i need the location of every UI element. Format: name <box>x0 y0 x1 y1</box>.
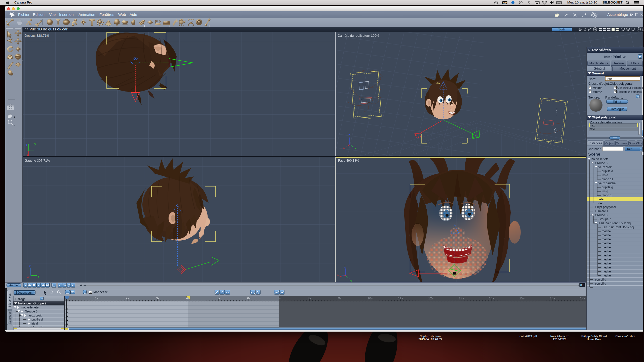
svg-text:Caméra du réalisateur 100%: Caméra du réalisateur 100% <box>338 34 379 37</box>
svg-text:-z: -z <box>25 143 27 146</box>
svg-text:y: y <box>38 274 39 278</box>
svg-text:14s: 14s <box>489 296 494 300</box>
svg-text:-y: -y <box>350 279 352 282</box>
svg-text:6s: 6s <box>247 296 251 300</box>
svg-text:11s: 11s <box>398 296 403 300</box>
svg-text:Gauche 307,71%: Gauche 307,71% <box>25 159 50 162</box>
svg-text:16s: 16s <box>550 296 555 300</box>
svg-text:2s: 2s <box>126 296 129 300</box>
svg-text:9s: 9s <box>338 296 342 300</box>
svg-text:5s: 5s <box>217 296 220 300</box>
svg-text:17s: 17s <box>580 296 585 300</box>
svg-text:x: x <box>343 146 345 149</box>
svg-text:15s: 15s <box>519 296 525 300</box>
svg-text:y: y <box>34 142 36 146</box>
svg-text:Dessus 328,71%: Dessus 328,71% <box>25 34 50 37</box>
svg-text:3s: 3s <box>156 296 159 300</box>
svg-text:y: y <box>355 146 356 149</box>
svg-text:z: z <box>348 133 350 137</box>
svg-text:13s: 13s <box>459 296 464 300</box>
svg-text:12s: 12s <box>428 296 434 300</box>
svg-text:x: x <box>337 273 339 276</box>
svg-text:WD: WD <box>503 2 507 4</box>
svg-text:10s: 10s <box>368 296 373 300</box>
svg-text:x: x <box>27 153 29 156</box>
svg-text:-x: -x <box>27 276 30 279</box>
svg-text:z: z <box>344 265 346 268</box>
svg-text:1s: 1s <box>95 296 99 300</box>
svg-text:8s: 8s <box>308 296 311 300</box>
svg-text:Face 490,38%: Face 490,38% <box>338 159 359 162</box>
svg-text:7s: 7s <box>277 296 281 300</box>
svg-text:z: z <box>29 264 31 268</box>
